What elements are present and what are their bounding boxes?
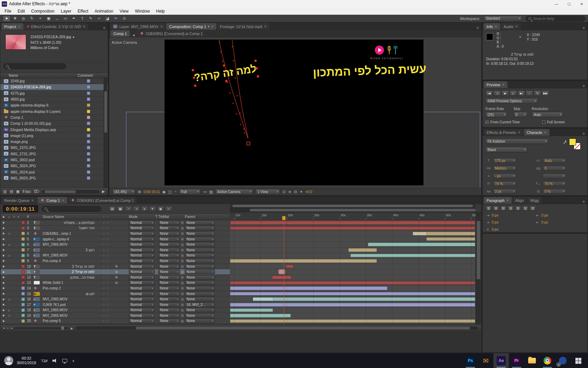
layer-switches[interactable]: · ○ ∕ (94, 226, 113, 230)
layer-track-matte-select[interactable]: None (158, 231, 180, 236)
layer-switches[interactable]: · ○ ∕ (94, 270, 113, 273)
layer-row[interactable]: ◉12Tעשית הכ...מתכון· ○ ∕fxNormalNone◎Non… (1, 275, 230, 280)
close-icon[interactable]: ✕ (518, 131, 520, 134)
layer-row[interactable]: ◉15Aiלוגו.ai· ○ ∕NormalNone◎None (1, 291, 230, 297)
layer-switches[interactable]: · ○ ∕ (94, 254, 113, 257)
parent-pick-whip-icon[interactable]: ◎ (180, 303, 185, 306)
toggle-pane-icon[interactable]: ▫ (7, 326, 8, 330)
layer-blend-mode-select[interactable]: Normal (129, 280, 155, 285)
panel-menu-icon[interactable]: ≡ (474, 26, 481, 30)
label-color-chip[interactable] (87, 134, 90, 137)
layer-blend-mode-select[interactable]: Normal (129, 275, 155, 280)
layer-row[interactable]: ◉♪19▸MVI_2965.MOV· ○ ∕NormalNone◎None (1, 313, 230, 319)
label-color-chip[interactable] (87, 85, 90, 89)
layer-visibility-toggle[interactable]: ◉ (1, 314, 6, 317)
layer-switches[interactable]: · ○ ∕ (94, 281, 113, 284)
tab-effects-presets[interactable]: Effects & Presets✕ (484, 129, 523, 136)
tab-audio[interactable]: Audio✕ (501, 23, 521, 30)
layer-switches[interactable]: · ○ ∕ (94, 265, 113, 268)
layer-duration-bar[interactable] (230, 259, 377, 263)
parent-pick-whip-icon[interactable]: ◎ (180, 292, 185, 295)
layer-row[interactable]: ◉7▸רקע 3· ○ ∕NormalNone◎None (1, 247, 230, 253)
layer-blend-mode-select[interactable]: Normal (129, 270, 155, 274)
tab-paragraph[interactable]: Paragraph✕ (484, 197, 512, 204)
layer-label-chip[interactable] (20, 319, 26, 323)
panel-menu-icon[interactable]: ≡ (580, 26, 587, 30)
layer-row[interactable]: ◉3Tוהכי חשוב!· ○ ∕NormalNone◎None (1, 226, 230, 231)
layer-label-chip[interactable] (20, 243, 26, 246)
layer-row[interactable]: ◉20❖Pre-comp 5· ○ ∕NormalNone◎None (1, 319, 230, 324)
close-icon[interactable]: ✕ (544, 131, 547, 134)
layer-track-matte-select[interactable]: None (158, 302, 180, 307)
menu-animation[interactable]: Animation (91, 9, 116, 14)
project-item-row[interactable]: PIMG_3024.psd (0, 169, 108, 175)
bit-depth-label[interactable]: 8 bpc (22, 190, 31, 193)
tab-timeline-converted[interactable]: ❖O3EK8N1 [Converted].ai Comp 1 (68, 197, 137, 204)
layer-label-chip[interactable] (20, 254, 26, 257)
layer-duration-bar[interactable] (286, 265, 294, 268)
graph-editor-toggle[interactable]: ≈ (165, 206, 172, 212)
layer-parent-select[interactable]: None (185, 237, 215, 241)
scrollbar-thumb[interactable] (104, 91, 107, 133)
layer-blend-mode-select[interactable]: Normal (129, 242, 155, 247)
layer-track-matte-select[interactable]: None (158, 297, 180, 301)
menu-window[interactable]: Window (132, 9, 153, 14)
tracking-field[interactable]: 0▾ (543, 166, 566, 171)
brainstorm-toggle[interactable]: ✦ (149, 206, 156, 212)
font-style-select[interactable]: Black▾ (485, 147, 527, 152)
project-item-row[interactable]: ❖Comp 1 (0, 115, 108, 121)
layer-row[interactable]: ◉♪16▸MVI_2965.MOV· ○ ∕NormalNone◎None (1, 297, 230, 302)
network-icon[interactable] (62, 359, 67, 362)
camera-tool[interactable]: ▣ (45, 15, 52, 22)
motion-blur-toggle[interactable]: ◕ (141, 206, 148, 212)
project-item-row[interactable]: ▴4275.jpg (0, 90, 108, 96)
draft-3d-toggle[interactable]: ▦ (117, 206, 124, 212)
layer-parent-select[interactable]: None (185, 280, 215, 285)
flowchart-icon[interactable]: ⊟ (294, 190, 297, 194)
layer-blend-mode-select[interactable]: Normal (129, 226, 155, 230)
frame-blending-toggle[interactable]: ◑ (133, 206, 140, 212)
justify-last-right-button[interactable]: ≣ (507, 206, 514, 211)
layer-label-chip[interactable] (20, 298, 26, 301)
project-scrollbar[interactable] (104, 78, 107, 188)
file-explorer-taskbar-icon[interactable] (524, 353, 540, 368)
loop-toggle-button[interactable]: ↻ (534, 90, 541, 96)
layer-track-matte-select[interactable]: None (158, 259, 180, 263)
close-icon[interactable]: ✕ (83, 25, 86, 28)
tab-project[interactable]: Project✕ (1, 23, 23, 30)
layer-switches[interactable]: · ○ ∕ (94, 243, 113, 246)
layer-row[interactable]: ◉17POJKB 7K1.psd· ○ ∕NormalNone◎16. MVI_… (1, 302, 230, 308)
layer-track-matte-select[interactable]: None (158, 313, 180, 318)
layer-switches[interactable]: · ○ ∕ (94, 259, 113, 263)
pixel-aspect-icon[interactable]: ⊡ (282, 190, 286, 194)
parent-pick-whip-icon[interactable]: ◎ (180, 298, 185, 301)
paragraph-indent-field[interactable]: ⇥0 px (485, 220, 498, 224)
layer-label-chip[interactable] (20, 303, 26, 306)
help-search-box[interactable] (526, 16, 585, 21)
previous-frame-button[interactable]: ◁ (493, 90, 501, 96)
language-indicator[interactable]: עבר (41, 359, 48, 363)
layer-duration-bar[interactable] (230, 292, 475, 296)
layer-visibility-toggle[interactable]: ◉ (1, 227, 6, 230)
layer-track-matte-select[interactable]: None (158, 275, 180, 280)
layer-parent-select[interactable]: None (185, 270, 215, 274)
align-right-button[interactable]: ≣ (485, 206, 492, 211)
project-item-row[interactable]: ▴image.png (0, 139, 108, 145)
time-ruler[interactable]: 10s15s20s25s30s35s40s45s50s55s (230, 212, 475, 220)
layer-duration-bar[interactable] (230, 319, 475, 323)
selection-handle[interactable] (257, 75, 259, 77)
layer-row[interactable]: ◉♪4❖O3EK8N1...omp 1· ○ ∕NormalNone◎None (1, 231, 230, 237)
menu-help[interactable]: Help (153, 9, 168, 14)
region-of-interest-icon[interactable]: ▭ (203, 190, 206, 194)
layer-label-chip[interactable] (20, 314, 26, 317)
timeline-zoom-slider[interactable]: ▲ ▲ (10, 326, 74, 330)
tab-character[interactable]: Characte✕ (524, 129, 550, 136)
column-comment[interactable]: Comment (78, 74, 108, 77)
layer-row[interactable]: ◉♪18▸MVI_2965.MOV· ○ ∕NormalNone◎None (1, 308, 230, 313)
layer-label-chip[interactable] (20, 292, 26, 295)
navigator-thumb[interactable] (232, 205, 473, 207)
project-item-row[interactable]: apple-cinema-display-6 Layers (0, 108, 108, 114)
layer-switches[interactable]: · ○ ∕ (94, 298, 113, 301)
layer-blend-mode-select[interactable]: Normal (129, 319, 155, 323)
brush-tool[interactable]: ✎ (87, 15, 94, 22)
